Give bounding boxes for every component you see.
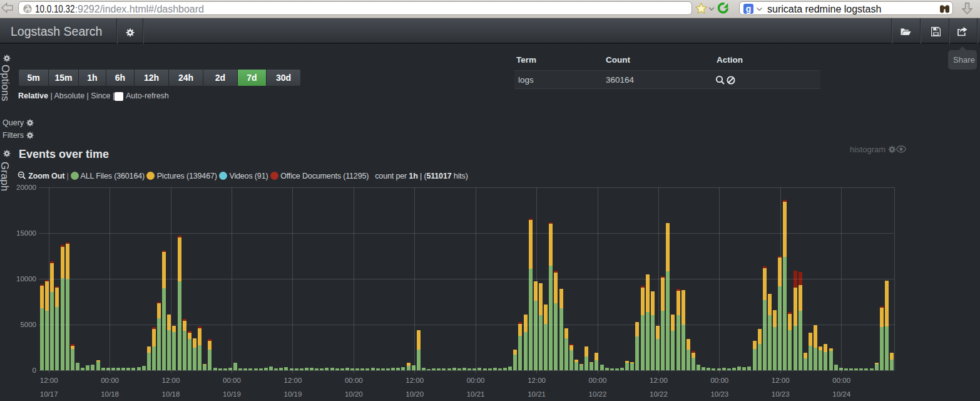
svg-text:0: 0 xyxy=(33,367,36,374)
svg-text:10/24: 10/24 xyxy=(832,390,850,398)
svg-text:00:00: 00:00 xyxy=(832,377,850,384)
svg-text:12:00: 12:00 xyxy=(406,377,424,384)
svg-text:5000: 5000 xyxy=(20,321,36,328)
svg-text:12:00: 12:00 xyxy=(772,377,790,384)
svg-text:10/20: 10/20 xyxy=(345,390,363,398)
svg-text:10/23: 10/23 xyxy=(710,390,728,398)
svg-text:10/22: 10/22 xyxy=(589,390,607,398)
svg-text:10/18: 10/18 xyxy=(162,390,180,398)
svg-text:10/17: 10/17 xyxy=(40,390,58,398)
svg-text:10/19: 10/19 xyxy=(284,390,302,398)
svg-text:10000: 10000 xyxy=(16,275,36,283)
svg-text:00:00: 00:00 xyxy=(589,377,607,384)
svg-text:10/19: 10/19 xyxy=(223,390,241,398)
svg-text:12:00: 12:00 xyxy=(162,377,180,384)
svg-text:00:00: 00:00 xyxy=(101,377,119,384)
svg-text:10/20: 10/20 xyxy=(406,390,424,398)
svg-text:00:00: 00:00 xyxy=(467,377,485,384)
svg-text:12:00: 12:00 xyxy=(40,377,58,384)
svg-text:00:00: 00:00 xyxy=(345,377,363,384)
svg-text:20000: 20000 xyxy=(16,184,36,191)
svg-text:12:00: 12:00 xyxy=(528,377,546,384)
svg-text:00:00: 00:00 xyxy=(223,377,241,384)
svg-text:10/22: 10/22 xyxy=(650,390,668,398)
svg-text:12:00: 12:00 xyxy=(650,377,668,384)
svg-text:10/23: 10/23 xyxy=(772,390,790,398)
svg-text:15000: 15000 xyxy=(16,229,36,237)
svg-text:10/21: 10/21 xyxy=(467,390,485,398)
svg-text:12:00: 12:00 xyxy=(284,377,302,384)
svg-text:00:00: 00:00 xyxy=(710,377,728,384)
svg-text:10/18: 10/18 xyxy=(101,390,119,398)
svg-text:10/21: 10/21 xyxy=(528,390,546,398)
